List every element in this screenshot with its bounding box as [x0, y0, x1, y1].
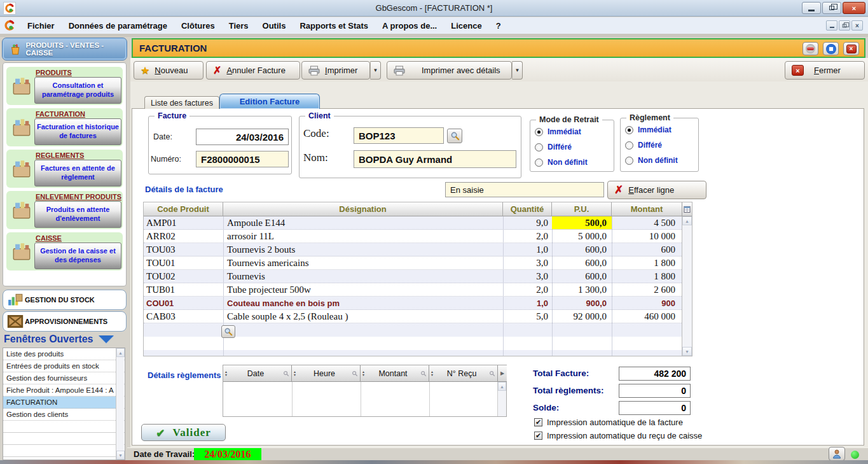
invoice-row[interactable]: TOU01 Tournevis americains 3,0 600,0 1 8…: [144, 257, 682, 270]
module-title[interactable]: ENLEVEMENT PRODUITS: [36, 193, 121, 200]
sort-icon[interactable]: ▴▾: [294, 370, 296, 377]
invoice-row[interactable]: ARR02 arrosoir 11L 2,0 5 000,0 10 000: [144, 230, 682, 243]
mode-retrait-option[interactable]: Non définit: [535, 158, 611, 167]
auto-print-invoice-option[interactable]: ✔ Impression automatique de la facture: [534, 418, 683, 427]
auto-print-receipt-option[interactable]: ✔ Impression automatique du reçu de cais…: [534, 431, 702, 440]
chevron-down-icon[interactable]: [99, 335, 114, 343]
open-window-item[interactable]: Entrées de produits en stock: [3, 360, 117, 372]
module-button[interactable]: Factures en attente de règlement: [34, 160, 121, 186]
menu-item[interactable]: Licence: [444, 18, 488, 33]
new-button[interactable]: ★ Nouveau: [134, 61, 203, 80]
mdi-restore-button[interactable]: [839, 20, 850, 31]
total-facture-value[interactable]: 482 200: [619, 367, 691, 381]
sidebar-button-gestion-du-stock[interactable]: GESTION DU STOCK: [3, 290, 127, 310]
module-title[interactable]: CAISSE: [36, 234, 121, 242]
module-button[interactable]: Facturation et historique de factures: [34, 118, 121, 145]
client-code-input[interactable]: BOP123: [354, 127, 444, 144]
scroll-up-icon[interactable]: ▲: [682, 216, 692, 225]
col-montant[interactable]: Montant: [612, 202, 682, 216]
sidebar-button-approvisionnements[interactable]: APPROVISIONNEMENTS: [3, 311, 127, 332]
module-title[interactable]: REGLEMENTS: [36, 151, 121, 159]
module-title[interactable]: PRODUITS: [36, 69, 121, 76]
user-button[interactable]: [829, 447, 845, 461]
scroll-up-icon[interactable]: ▲: [498, 382, 506, 391]
date-input[interactable]: 24/03/2016: [196, 129, 289, 145]
reglement-option[interactable]: Immédiat: [625, 125, 696, 134]
col-designation[interactable]: Désignation: [223, 202, 503, 216]
solde-value[interactable]: 0: [619, 401, 691, 415]
column-overflow-icon[interactable]: ▶: [498, 365, 507, 382]
minimize-button[interactable]: [802, 2, 821, 14]
col-quantite[interactable]: Quantité: [503, 202, 552, 216]
client-nom-input[interactable]: BOPDA Guy Armand: [354, 150, 516, 168]
col-pu[interactable]: P.U.: [552, 202, 612, 216]
client-search-button[interactable]: [447, 129, 462, 143]
menu-item[interactable]: Rapports et Stats: [293, 18, 375, 33]
payments-column-header[interactable]: ▴▾ Heure: [292, 365, 361, 382]
mode-retrait-option[interactable]: Immédiat: [535, 127, 611, 136]
open-window-item[interactable]: Gestion des clients: [3, 409, 117, 421]
scroll-up-icon[interactable]: ▲: [116, 348, 125, 357]
invoice-table-scrollbar[interactable]: ▲ ▼: [682, 216, 692, 356]
open-windows-scrollbar[interactable]: ▲ ▼: [116, 348, 124, 460]
tab-liste-des-factures[interactable]: Liste des factures: [144, 96, 219, 109]
title-bar[interactable]: GbGescom - [FACTURATION *] ×: [0, 0, 868, 17]
print-button[interactable]: Imprimer: [301, 61, 370, 80]
checkbox-checked-icon[interactable]: ✔: [534, 418, 542, 426]
mdi-minimize-button[interactable]: [826, 20, 837, 31]
menu-item[interactable]: A propos de...: [375, 18, 444, 33]
checkbox-checked-icon[interactable]: ✔: [534, 432, 542, 440]
open-window-item[interactable]: FACTURATION: [3, 397, 117, 409]
scroll-down-icon[interactable]: ▼: [682, 347, 692, 356]
header-close-icon[interactable]: ×: [843, 42, 859, 55]
restore-button[interactable]: [822, 2, 841, 14]
cancel-invoice-button[interactable]: ✗ Annuler Facture: [206, 61, 300, 80]
reglement-option[interactable]: Différé: [625, 141, 696, 150]
sort-icon[interactable]: ▴▾: [225, 370, 227, 377]
open-window-item[interactable]: Gestion des fournisseurs: [3, 372, 117, 384]
module-title[interactable]: FACTURATION: [36, 110, 121, 118]
payments-column-header[interactable]: ▴▾ Montant: [361, 365, 429, 382]
invoice-row[interactable]: CAB03 Cable souple 4 x 2,5 (Rouleau ) 5,…: [144, 310, 682, 323]
numero-input[interactable]: F2800000015: [196, 151, 289, 167]
header-minimize-icon[interactable]: [803, 42, 818, 55]
scroll-down-icon[interactable]: ▼: [116, 451, 125, 460]
payments-column-header[interactable]: ▴▾ Date: [223, 365, 292, 382]
invoice-row[interactable]: TOU03 Tournevis 2 bouts 1,0 600,0 600: [144, 243, 682, 257]
module-button[interactable]: Consultation et paramétrage produits: [34, 77, 121, 104]
print-details-dropdown-button[interactable]: ▼: [512, 61, 523, 80]
open-window-item[interactable]: Liste des produits: [3, 348, 117, 360]
invoice-row[interactable]: TOU02 Tournevis 3,0 600,0 1 800: [144, 270, 682, 283]
close-button[interactable]: ×: [843, 2, 865, 14]
menu-item[interactable]: Outils: [256, 18, 293, 33]
module-button[interactable]: Produits en attente d'enlèvement: [34, 201, 121, 228]
tab-edition-facture[interactable]: Edition Facture: [219, 94, 320, 109]
menu-item[interactable]: Clôtures: [174, 18, 222, 33]
payments-column-header[interactable]: ▴▾ N° Reçu: [429, 365, 498, 382]
header-stop-icon[interactable]: [823, 42, 839, 55]
row-search-button[interactable]: [221, 325, 235, 338]
invoice-status-field[interactable]: En saisie: [445, 182, 604, 197]
module-button[interactable]: Gestion de la caisse et des dépenses: [34, 243, 121, 269]
print-with-details-button[interactable]: Imprimer avec détails: [387, 61, 512, 80]
invoice-row[interactable]: TUB01 Tube projecteur 500w 2,0 1 300,0 2…: [144, 283, 682, 297]
mdi-close-button[interactable]: ×: [851, 20, 863, 31]
col-code-produit[interactable]: Code Produit: [144, 202, 223, 216]
total-reglements-value[interactable]: 0: [619, 384, 691, 398]
sort-icon[interactable]: ▴▾: [362, 370, 364, 377]
menu-item[interactable]: Tiers: [222, 18, 256, 33]
reglement-option[interactable]: Non définit: [625, 156, 696, 165]
clear-line-button[interactable]: ✗ Effacer ligne: [607, 181, 706, 199]
validate-button[interactable]: ✔ Valider: [141, 424, 226, 441]
invoice-row[interactable]: COU01 Couteau manche en bois pm 1,0 900,…: [144, 297, 682, 310]
table-options-icon[interactable]: [682, 202, 692, 216]
menu-item[interactable]: ?: [489, 18, 508, 33]
mode-retrait-option[interactable]: Différé: [535, 143, 611, 151]
menu-item[interactable]: Données de paramétrage: [62, 18, 174, 33]
menu-item[interactable]: Fichier: [20, 18, 62, 33]
close-form-button[interactable]: × Fermer: [785, 61, 865, 80]
payments-scrollbar[interactable]: ▲: [497, 382, 506, 416]
print-dropdown-button[interactable]: ▼: [370, 61, 381, 80]
open-window-item[interactable]: Fiche Produit : Ampoule E144 : A: [3, 384, 117, 397]
invoice-row[interactable]: AMP01 Ampoule E144 9,0 500,0 4 500: [144, 216, 682, 230]
